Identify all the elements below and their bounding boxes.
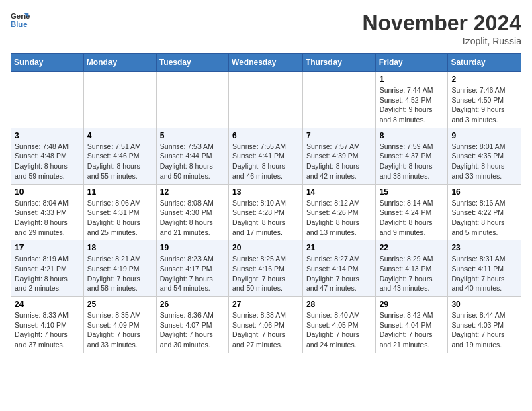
day-number: 2 (451, 75, 517, 84)
calendar-cell: 26Sunrise: 8:36 AM Sunset: 4:07 PM Dayli… (156, 297, 228, 353)
calendar-cell: 10Sunrise: 8:04 AM Sunset: 4:33 PM Dayli… (11, 184, 84, 240)
day-info: Sunrise: 8:31 AM Sunset: 4:11 PM Dayligh… (451, 254, 517, 293)
day-info: Sunrise: 8:33 AM Sunset: 4:10 PM Dayligh… (15, 310, 80, 350)
calendar-cell: 11Sunrise: 8:06 AM Sunset: 4:31 PM Dayli… (83, 184, 156, 240)
day-number: 15 (380, 187, 445, 197)
day-number: 12 (160, 187, 225, 197)
day-info: Sunrise: 8:42 AM Sunset: 4:04 PM Dayligh… (380, 310, 445, 350)
day-number: 22 (380, 243, 445, 253)
calendar-cell: 13Sunrise: 8:10 AM Sunset: 4:28 PM Dayli… (229, 184, 303, 240)
day-info: Sunrise: 7:59 AM Sunset: 4:37 PM Dayligh… (380, 142, 445, 181)
day-info: Sunrise: 8:40 AM Sunset: 4:05 PM Dayligh… (306, 310, 372, 350)
calendar-cell: 21Sunrise: 8:27 AM Sunset: 4:14 PM Dayli… (302, 240, 375, 297)
day-number: 6 (232, 131, 299, 140)
week-row: 24Sunrise: 8:33 AM Sunset: 4:10 PM Dayli… (11, 297, 521, 353)
calendar-cell: 14Sunrise: 8:12 AM Sunset: 4:26 PM Dayli… (302, 184, 375, 240)
day-info: Sunrise: 8:23 AM Sunset: 4:17 PM Dayligh… (160, 254, 225, 293)
day-number: 28 (306, 300, 372, 309)
month-title: November 2024 (362, 11, 521, 36)
calendar-cell: 8Sunrise: 7:59 AM Sunset: 4:37 PM Daylig… (375, 128, 448, 184)
weekday-header: Tuesday (156, 54, 228, 72)
day-info: Sunrise: 8:44 AM Sunset: 4:03 PM Dayligh… (451, 310, 517, 350)
day-number: 18 (87, 243, 152, 253)
day-info: Sunrise: 8:12 AM Sunset: 4:26 PM Dayligh… (306, 198, 372, 238)
calendar-cell: 24Sunrise: 8:33 AM Sunset: 4:10 PM Dayli… (11, 297, 84, 353)
day-number: 5 (160, 131, 225, 140)
day-info: Sunrise: 7:46 AM Sunset: 4:50 PM Dayligh… (451, 85, 517, 125)
day-info: Sunrise: 8:25 AM Sunset: 4:16 PM Dayligh… (232, 254, 299, 293)
day-info: Sunrise: 8:19 AM Sunset: 4:21 PM Dayligh… (15, 254, 80, 293)
day-info: Sunrise: 8:14 AM Sunset: 4:24 PM Dayligh… (380, 198, 445, 238)
day-info: Sunrise: 8:38 AM Sunset: 4:06 PM Dayligh… (232, 310, 299, 350)
calendar-cell: 22Sunrise: 8:29 AM Sunset: 4:13 PM Dayli… (375, 240, 448, 297)
calendar-cell: 1Sunrise: 7:44 AM Sunset: 4:52 PM Daylig… (375, 72, 448, 128)
day-number: 25 (87, 300, 152, 309)
location: Izoplit, Russia (362, 36, 521, 46)
day-info: Sunrise: 8:06 AM Sunset: 4:31 PM Dayligh… (87, 198, 152, 238)
day-info: Sunrise: 8:16 AM Sunset: 4:22 PM Dayligh… (451, 198, 517, 238)
day-number: 24 (15, 300, 80, 309)
calendar-cell: 23Sunrise: 8:31 AM Sunset: 4:11 PM Dayli… (448, 240, 521, 297)
day-info: Sunrise: 8:27 AM Sunset: 4:14 PM Dayligh… (306, 254, 372, 293)
day-info: Sunrise: 8:21 AM Sunset: 4:19 PM Dayligh… (87, 254, 152, 293)
week-row: 3Sunrise: 7:48 AM Sunset: 4:48 PM Daylig… (11, 128, 521, 184)
week-row: 17Sunrise: 8:19 AM Sunset: 4:21 PM Dayli… (11, 240, 521, 297)
logo: General Blue (11, 11, 30, 30)
day-number: 10 (15, 187, 80, 197)
day-info: Sunrise: 8:01 AM Sunset: 4:35 PM Dayligh… (451, 142, 517, 181)
calendar-cell: 12Sunrise: 8:08 AM Sunset: 4:30 PM Dayli… (156, 184, 228, 240)
day-info: Sunrise: 8:36 AM Sunset: 4:07 PM Dayligh… (160, 310, 225, 350)
calendar-cell (302, 72, 375, 128)
calendar-cell: 15Sunrise: 8:14 AM Sunset: 4:24 PM Dayli… (375, 184, 448, 240)
day-number: 20 (232, 243, 299, 253)
calendar-cell (229, 72, 303, 128)
day-number: 17 (15, 243, 80, 253)
day-number: 16 (451, 187, 517, 197)
day-info: Sunrise: 8:10 AM Sunset: 4:28 PM Dayligh… (232, 198, 299, 238)
calendar-cell: 5Sunrise: 7:53 AM Sunset: 4:44 PM Daylig… (156, 128, 228, 184)
day-info: Sunrise: 7:53 AM Sunset: 4:44 PM Dayligh… (160, 142, 225, 181)
day-number: 29 (380, 300, 445, 309)
day-number: 23 (451, 243, 517, 253)
day-number: 21 (306, 243, 372, 253)
svg-text:Blue: Blue (11, 20, 28, 28)
calendar-cell: 4Sunrise: 7:51 AM Sunset: 4:46 PM Daylig… (83, 128, 156, 184)
weekday-header: Saturday (448, 54, 521, 72)
page-header: General Blue November 2024 Izoplit, Russ… (11, 11, 521, 46)
calendar-cell: 7Sunrise: 7:57 AM Sunset: 4:39 PM Daylig… (302, 128, 375, 184)
day-info: Sunrise: 7:55 AM Sunset: 4:41 PM Dayligh… (232, 142, 299, 181)
calendar-cell: 17Sunrise: 8:19 AM Sunset: 4:21 PM Dayli… (11, 240, 84, 297)
day-number: 3 (15, 131, 80, 140)
weekday-header: Friday (375, 54, 448, 72)
day-number: 13 (232, 187, 299, 197)
weekday-header: Monday (83, 54, 156, 72)
calendar-cell: 3Sunrise: 7:48 AM Sunset: 4:48 PM Daylig… (11, 128, 84, 184)
calendar-cell (11, 72, 84, 128)
day-info: Sunrise: 8:08 AM Sunset: 4:30 PM Dayligh… (160, 198, 225, 238)
weekday-header: Wednesday (229, 54, 303, 72)
day-info: Sunrise: 8:35 AM Sunset: 4:09 PM Dayligh… (87, 310, 152, 350)
day-info: Sunrise: 8:04 AM Sunset: 4:33 PM Dayligh… (15, 198, 80, 238)
calendar-cell: 25Sunrise: 8:35 AM Sunset: 4:09 PM Dayli… (83, 297, 156, 353)
calendar-cell: 16Sunrise: 8:16 AM Sunset: 4:22 PM Dayli… (448, 184, 521, 240)
calendar-cell (156, 72, 228, 128)
day-number: 26 (160, 300, 225, 309)
calendar-cell: 18Sunrise: 8:21 AM Sunset: 4:19 PM Dayli… (83, 240, 156, 297)
day-number: 11 (87, 187, 152, 197)
day-number: 27 (232, 300, 299, 309)
calendar-cell: 30Sunrise: 8:44 AM Sunset: 4:03 PM Dayli… (448, 297, 521, 353)
day-info: Sunrise: 7:48 AM Sunset: 4:48 PM Dayligh… (15, 142, 80, 181)
calendar-table: SundayMondayTuesdayWednesdayThursdayFrid… (11, 53, 521, 353)
day-info: Sunrise: 8:29 AM Sunset: 4:13 PM Dayligh… (380, 254, 445, 293)
day-number: 1 (380, 75, 445, 84)
calendar-cell: 27Sunrise: 8:38 AM Sunset: 4:06 PM Dayli… (229, 297, 303, 353)
calendar-cell: 9Sunrise: 8:01 AM Sunset: 4:35 PM Daylig… (448, 128, 521, 184)
day-number: 14 (306, 187, 372, 197)
weekday-header-row: SundayMondayTuesdayWednesdayThursdayFrid… (11, 54, 521, 72)
day-number: 7 (306, 131, 372, 140)
day-number: 4 (87, 131, 152, 140)
calendar-cell: 6Sunrise: 7:55 AM Sunset: 4:41 PM Daylig… (229, 128, 303, 184)
calendar-cell: 2Sunrise: 7:46 AM Sunset: 4:50 PM Daylig… (448, 72, 521, 128)
calendar-cell: 20Sunrise: 8:25 AM Sunset: 4:16 PM Dayli… (229, 240, 303, 297)
day-info: Sunrise: 7:44 AM Sunset: 4:52 PM Dayligh… (380, 85, 445, 125)
